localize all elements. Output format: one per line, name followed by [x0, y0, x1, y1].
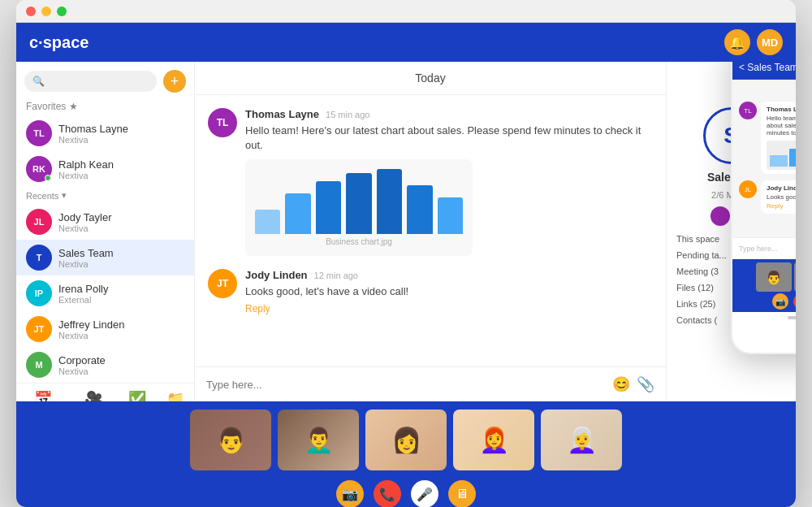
task-icon: ✅ — [128, 390, 146, 401]
phone-date-header: Today — [732, 80, 796, 95]
contact-item-jeffrey[interactable]: JT Jeffrey Linden Nextiva — [16, 311, 194, 347]
video-ctrl-hangup[interactable]: 📞 — [374, 480, 401, 507]
notification-button[interactable]: 🔔 — [724, 29, 750, 55]
bar-1 — [255, 210, 280, 234]
bar-5 — [377, 169, 402, 234]
maximize-button[interactable] — [57, 6, 67, 16]
phone-ctrl-camera[interactable]: 📷 — [772, 293, 788, 310]
face-emoji-2: 👨‍🦱 — [278, 410, 359, 470]
msg-header-thomas: Thomas Layne 15 min ago — [245, 108, 653, 120]
contact-name-irena: Irena Polly — [58, 283, 184, 295]
attachment-icon[interactable]: 📎 — [637, 375, 654, 393]
phone-bar-1 — [770, 155, 788, 167]
contact-sub-jeffrey: Nextiva — [58, 331, 184, 340]
contact-sub-irena: External — [58, 295, 184, 305]
bar-3 — [316, 181, 341, 234]
contact-item-corporate[interactable]: M Corporate Nextiva — [16, 347, 194, 383]
face-emoji-4: 👩‍🦰 — [453, 410, 534, 470]
avatar-initials: TL — [33, 128, 44, 138]
favorites-label: Favorites ★ — [16, 98, 194, 115]
video-strip: 👨 👨‍🦱 👩 👩‍🦰 👩‍🦳 📷 📞 🎤 — [16, 401, 796, 507]
recents-label[interactable]: Recents ▾ — [16, 187, 194, 204]
phone-ctrl-hangup[interactable]: 📞 — [793, 293, 796, 310]
emoji-icon[interactable]: 😊 — [612, 375, 630, 393]
bar-2 — [285, 193, 310, 234]
search-box[interactable]: 🔍 — [24, 71, 157, 92]
msg-text-jody: Looks good, let's have a video call! — [245, 284, 653, 299]
nav-files[interactable]: 📁 Files — [166, 390, 184, 401]
avatar-ralph: RK — [26, 156, 52, 182]
phone-back-button[interactable]: < Sales Team — [739, 62, 796, 73]
phone-header: < Sales Team Sales Team 🔔 i — [732, 62, 796, 80]
contact-item-sales-team[interactable]: T Sales Team Nextiva — [16, 240, 194, 275]
video-ctrl-mic[interactable]: 🎤 — [411, 480, 438, 507]
avatar-thomas: TL — [26, 120, 52, 146]
phone-msg-text-2: Looks good, let's have a video call! — [767, 193, 796, 201]
video-face-1: 👨 — [190, 410, 271, 470]
bar-7 — [438, 197, 463, 234]
video-ctrl-screen[interactable]: 🖥 — [448, 480, 476, 507]
contact-item-jody-tayler[interactable]: JL Jody Tayler Nextiva — [16, 204, 194, 240]
phone-input-placeholder: Type here... — [739, 245, 796, 253]
phone-msg-name-1: Thomas Layne 15 min ago — [767, 106, 796, 113]
face-emoji-5: 👩‍🦳 — [541, 410, 622, 470]
plus-icon: + — [171, 73, 179, 90]
video-ctrl-camera[interactable]: 📷 — [336, 480, 364, 507]
phone-reply-button[interactable]: Reply — [767, 202, 796, 210]
contact-info-jody-tayler: Jody Tayler Nextiva — [58, 211, 184, 233]
phone-chart-mini — [767, 141, 796, 170]
add-contact-button[interactable]: + — [163, 70, 186, 93]
phone-home-bar — [732, 312, 796, 323]
contact-item-ralph[interactable]: RK Ralph Kean Nextiva — [16, 151, 194, 187]
chat-messages: TL Thomas Layne 15 min ago Hello team! H… — [195, 95, 666, 366]
chat-area: Today TL Thomas Layne 15 min ago Hello t… — [195, 62, 666, 401]
avatar-corporate: M — [26, 352, 52, 378]
avatar-jeffrey: JT — [26, 316, 52, 342]
online-indicator — [45, 175, 51, 181]
favorites-text: Favorites ★ — [26, 101, 78, 112]
contact-info-jeffrey: Jeffrey Linden Nextiva — [58, 318, 184, 340]
phone-msg-avatar-2: JL — [739, 180, 757, 198]
close-button[interactable] — [26, 6, 36, 16]
reply-button[interactable]: Reply — [245, 303, 653, 314]
phone-controls: 📷 📞 🎤 🔊 — [772, 293, 796, 310]
contact-item-irena[interactable]: IP Irena Polly External — [16, 275, 194, 311]
face-emoji-1: 👨 — [190, 410, 271, 470]
user-avatar[interactable]: MD — [757, 29, 783, 55]
avatar-initials: RK — [32, 164, 45, 174]
msg-avatar-jody: JT — [208, 269, 237, 298]
sidebar-nav: 📅 Calendar 🎥 Meeting ✅ Task 📁 Files — [16, 383, 194, 401]
msg-name-jody: Jody Linden — [245, 269, 308, 281]
input-icons: 😊 📎 — [612, 375, 654, 393]
phone-video-strip: 👨 👨‍🦱 👩 📷 📞 🎤 🔊 — [732, 259, 796, 312]
contact-sub-ralph: Nextiva — [58, 171, 184, 180]
video-controls: 📷 📞 🎤 🖥 — [331, 475, 481, 507]
video-face-2: 👨‍🦱 — [278, 410, 359, 470]
bell-icon: 🔔 — [729, 35, 745, 50]
chart-bars — [255, 169, 463, 234]
chart-attachment: Business chart.jpg — [245, 159, 473, 256]
chat-input[interactable] — [206, 379, 606, 391]
sidebar: 🔍 + Favorites ★ TL Thomas Layne — [16, 62, 195, 401]
contact-name-jody-tayler: Jody Tayler — [58, 211, 184, 223]
contact-item-thomas[interactable]: TL Thomas Layne Nextiva — [16, 115, 194, 151]
member-avatar-1 — [710, 206, 730, 226]
msg-name-thomas: Thomas Layne — [245, 108, 319, 120]
phone-message-2: JL Jody Linden 12 min ago Looks good, le… — [739, 180, 796, 214]
msg-header-jody: Jody Linden 12 min ago — [245, 269, 653, 281]
minimize-button[interactable] — [41, 6, 51, 16]
phone-input-area: Type here... 📎 — [732, 237, 796, 259]
phone-face-1: 👨 — [756, 262, 792, 292]
nav-meeting[interactable]: 🎥 Meeting — [80, 390, 109, 401]
contact-info-sales-team: Sales Team Nextiva — [58, 247, 184, 269]
nav-calendar[interactable]: 📅 Calendar — [26, 390, 59, 401]
msg-avatar-thomas: TL — [208, 108, 237, 137]
video-face-3: 👩 — [365, 410, 447, 470]
video-face-4: 👩‍🦰 — [453, 410, 534, 470]
phone-message-1: TL Thomas Layne 15 min ago Hello team! H… — [739, 102, 796, 174]
contact-sub-sales-team: Nextiva — [58, 259, 184, 269]
avatar-jody-tayler: JL — [26, 209, 52, 235]
nav-task[interactable]: ✅ Task — [128, 390, 146, 401]
message-1: TL Thomas Layne 15 min ago Hello team! H… — [208, 108, 653, 256]
calendar-icon: 📅 — [34, 390, 52, 401]
